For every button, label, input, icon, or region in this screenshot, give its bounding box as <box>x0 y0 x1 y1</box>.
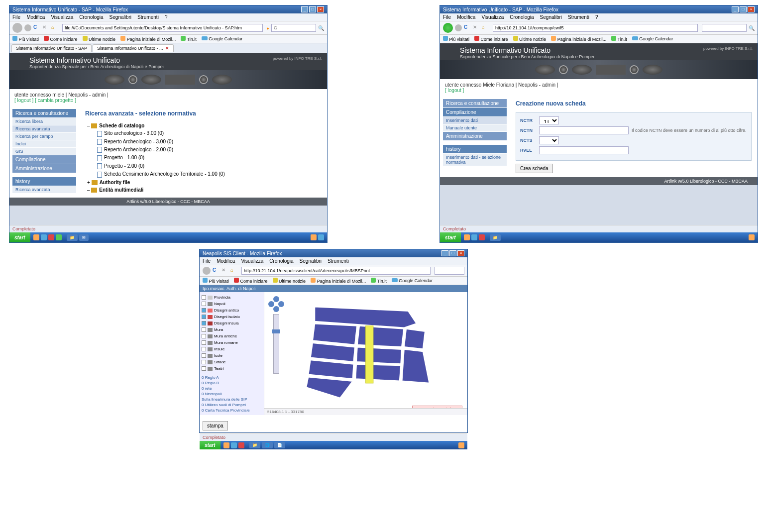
menu-edit[interactable]: Modifica <box>26 14 45 20</box>
menu-view[interactable]: Visualizza <box>241 258 263 264</box>
sidebar-link[interactable]: 0 Carta Tecnica Provinciale <box>202 408 262 413</box>
quicklaunch-icon[interactable] <box>223 442 229 448</box>
minimize-button[interactable]: _ <box>441 250 448 256</box>
task-item[interactable]: 📁 <box>67 234 78 241</box>
layer-item[interactable]: Teatri <box>202 365 262 372</box>
bookmark-item[interactable]: Più visitati <box>203 278 229 284</box>
map-canvas[interactable] <box>264 292 467 415</box>
zoom-thumb[interactable] <box>272 329 280 333</box>
checkbox-icon[interactable] <box>202 340 206 345</box>
menu-view[interactable]: Visualizza <box>481 14 504 20</box>
checkbox-icon[interactable] <box>202 327 206 332</box>
bookmark-item[interactable]: Pagina iniziale di Mozil... <box>120 36 176 42</box>
checkbox-icon[interactable] <box>202 308 206 313</box>
sidebar-item-manuale[interactable]: Manuale utente <box>443 124 507 132</box>
zoom-slider[interactable] <box>273 314 279 374</box>
sidebar-link[interactable]: 0 Regio B <box>202 380 262 386</box>
input-rvel[interactable] <box>539 146 629 154</box>
checkbox-icon[interactable] <box>202 353 206 358</box>
reload-icon[interactable]: C <box>33 24 40 31</box>
sidebar-item-ricerca-campo[interactable]: Ricerca per campo <box>12 133 76 140</box>
tree-item[interactable]: Progetto - 1.00 (0) <box>97 154 321 162</box>
layer-item[interactable]: Disegni insula <box>202 320 262 326</box>
pan-up-button[interactable] <box>273 296 279 302</box>
home-icon[interactable]: ⌂ <box>482 24 489 31</box>
checkbox-icon[interactable] <box>202 321 206 325</box>
sidebar-section-ricerca[interactable]: Ricerca e consultazione <box>443 99 507 107</box>
checkbox-icon[interactable] <box>202 334 206 338</box>
task-item[interactable]: ✉ <box>79 234 89 241</box>
search-icon[interactable]: 🔍 <box>318 25 324 31</box>
layer-item[interactable]: Isole <box>202 352 262 359</box>
quicklaunch-icon[interactable] <box>479 234 485 240</box>
sidebar-history-item[interactable]: Ricerca avanzata <box>12 186 76 194</box>
back-button[interactable] <box>443 23 453 33</box>
search-icon[interactable]: 🔍 <box>749 25 755 31</box>
sidebar-section-admin[interactable]: Amministrazione <box>12 164 76 173</box>
forward-button[interactable] <box>24 24 31 31</box>
rss-icon[interactable]: ▸ <box>267 25 269 31</box>
quicklaunch-icon[interactable] <box>33 234 39 240</box>
bookmark-item[interactable]: Ultime notizie <box>83 36 116 42</box>
bookmark-item[interactable]: Ultime notizie <box>273 278 306 284</box>
layer-item[interactable]: Mura antiche <box>202 333 262 339</box>
bookmark-item[interactable]: Pagina iniziale di Mozil... <box>311 278 366 284</box>
checkbox-icon[interactable] <box>202 302 206 306</box>
bookmark-item[interactable]: Come iniziare <box>234 278 268 284</box>
sidebar-section-compilazione[interactable]: Compilazione <box>12 155 76 164</box>
sidebar-history-item[interactable]: Inserimento dati - selezione normativa <box>443 154 507 166</box>
bookmark-item[interactable]: Più visitati <box>12 36 39 42</box>
sidebar-item-ricerca-libera[interactable]: Ricerca libera <box>12 118 76 125</box>
url-bar[interactable] <box>493 24 698 32</box>
sidebar-link[interactable]: 0 Necropoli <box>202 391 262 397</box>
sidebar-item-indici[interactable]: Indici <box>12 140 76 148</box>
url-bar[interactable] <box>62 24 263 32</box>
start-button[interactable]: start <box>200 441 220 449</box>
tree-item[interactable]: Reperto Archeologico - 2.00 (0) <box>97 146 321 154</box>
menu-edit[interactable]: Modifica <box>217 258 235 264</box>
stop-icon[interactable]: ✕ <box>221 267 228 274</box>
gis-map-area[interactable]: errore caricamento layer 516408.1 1 - 33… <box>264 292 467 415</box>
layer-item[interactable]: Disegni antico <box>202 307 262 314</box>
search-box[interactable] <box>702 24 747 32</box>
maximize-button[interactable]: □ <box>449 250 456 256</box>
select-ncts[interactable] <box>539 136 559 144</box>
reload-icon[interactable]: C <box>213 267 219 274</box>
tray-icon[interactable] <box>318 234 324 240</box>
tree-item[interactable]: Progetto - 2.00 (0) <box>97 162 321 170</box>
bookmark-item[interactable]: Pagina iniziale di Mozil... <box>551 36 606 42</box>
close-button[interactable]: × <box>748 6 755 12</box>
tree-item[interactable]: Reperto Archeologico - 3.00 (0) <box>97 138 321 146</box>
quicklaunch-icon[interactable] <box>464 234 470 240</box>
pan-left-button[interactable] <box>268 301 274 307</box>
quicklaunch-icon[interactable] <box>41 234 47 240</box>
menu-file[interactable]: File <box>203 258 211 264</box>
pan-down-button[interactable] <box>273 306 279 312</box>
home-icon[interactable]: ⌂ <box>230 267 237 274</box>
tab-active[interactable]: Sistema Informativo Unificato - ... ✕ <box>93 44 174 52</box>
tree-root[interactable]: – Schede di catalogo <box>87 122 321 129</box>
menu-tools[interactable]: Strumenti <box>328 258 349 264</box>
layer-item[interactable]: Provincia <box>202 294 262 301</box>
start-button[interactable]: start <box>9 232 30 242</box>
menu-bookmarks[interactable]: Segnalibri <box>110 14 131 20</box>
layer-item[interactable]: Mura <box>202 326 262 333</box>
task-item[interactable]: 🌐 <box>262 442 273 448</box>
layer-item[interactable]: Disegni isolato <box>202 314 262 320</box>
checkbox-icon[interactable] <box>202 347 206 351</box>
sidebar-link[interactable]: 0 Regio A <box>202 375 262 380</box>
sidebar-section-admin[interactable]: Amministrazione <box>443 132 507 140</box>
close-button[interactable]: × <box>457 250 464 256</box>
menu-help[interactable]: ? <box>595 14 598 20</box>
bookmark-item[interactable]: Google Calendar <box>632 36 673 41</box>
checkbox-icon[interactable] <box>202 366 206 371</box>
menu-bookmarks[interactable]: Segnalibri <box>300 258 322 264</box>
search-box[interactable] <box>435 267 464 275</box>
logout-link[interactable]: [ logout ] <box>445 88 464 93</box>
menu-file[interactable]: File <box>12 14 20 20</box>
stop-icon[interactable]: ✕ <box>473 24 480 31</box>
task-item[interactable]: 📁 <box>249 442 260 448</box>
menu-tools[interactable]: Strumenti <box>137 14 159 20</box>
search-box[interactable] <box>271 24 316 32</box>
reload-icon[interactable]: C <box>464 24 471 31</box>
